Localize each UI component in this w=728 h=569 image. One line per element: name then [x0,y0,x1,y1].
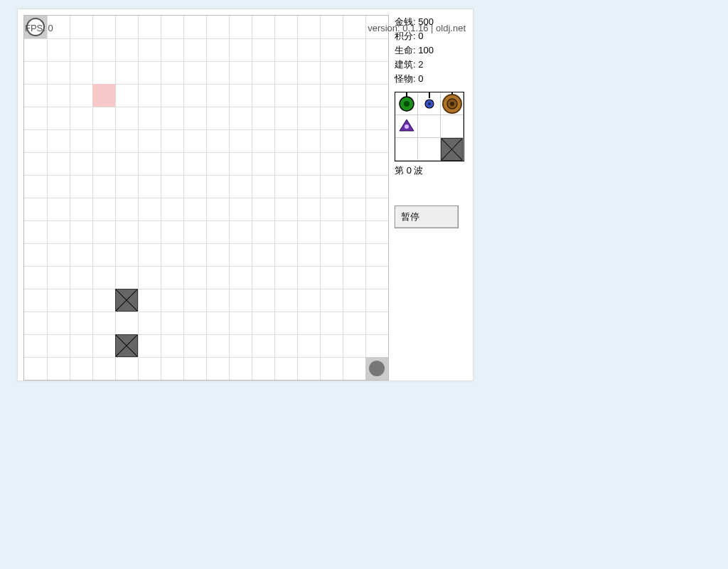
svg-point-5 [428,102,431,105]
stat-life: 生命: 100 [395,43,464,58]
svg-point-11 [405,124,409,129]
tower-green-icon [395,92,417,115]
stat-build-label: 建筑 [395,59,413,70]
palette-tower-blue[interactable] [418,92,441,115]
palette-empty-slot [441,115,464,138]
site-link[interactable]: oldj.net [436,23,466,33]
stat-build: 建筑: 2 [395,58,464,72]
goal-cell [365,357,388,380]
block-cell [115,289,138,312]
tower-blue-icon [418,92,440,115]
stat-life-label: 生命 [395,45,413,55]
game-panel: 金钱: 500 积分: 0 生命: 100 建筑: 2 怪物: 0 第 0 波 … [17,9,473,381]
stat-monsters-value: 0 [418,73,423,84]
wave-suffix: 波 [414,165,423,176]
footer: FPS: 0 version: 0.1.16 | oldj.net [25,23,466,33]
pause-button[interactable]: 暂停 [395,206,459,228]
highlight-cell [92,84,115,107]
game-board[interactable] [23,15,389,381]
fps-label: FPS [25,23,43,33]
palette-tower-bronze[interactable] [441,92,464,115]
version-value: 0.1.16 [402,23,428,33]
palette-tower-green[interactable] [395,92,418,115]
side-panel: 金钱: 500 积分: 0 生命: 100 建筑: 2 怪物: 0 第 0 波 … [395,15,464,228]
stat-monsters-label: 怪物 [395,73,413,84]
svg-point-9 [450,102,454,106]
palette-empty-slot [418,115,441,138]
wave-number: 0 [407,165,412,176]
tower-bronze-icon [441,92,463,115]
palette-empty-slot [395,138,418,161]
version-readout: version: 0.1.16 | oldj.net [368,23,466,33]
block-cell [115,334,138,357]
fps-readout: FPS: 0 [25,23,53,33]
svg-point-2 [404,101,410,107]
palette-empty-slot [418,138,441,161]
palette-tower-purple[interactable] [395,115,418,138]
stat-life-value: 100 [418,45,434,55]
palette-block[interactable] [441,138,464,161]
goal-icon [369,361,385,376]
version-label: version [368,23,397,33]
stat-build-value: 2 [418,59,423,70]
tower-purple-icon [395,115,417,138]
wave-prefix: 第 [395,165,404,176]
wave-indicator: 第 0 波 [395,164,464,177]
block-icon [441,138,463,161]
tower-palette [395,92,464,161]
fps-value: 0 [48,23,53,33]
stat-monsters: 怪物: 0 [395,72,464,86]
pause-button-label: 暂停 [401,211,419,223]
